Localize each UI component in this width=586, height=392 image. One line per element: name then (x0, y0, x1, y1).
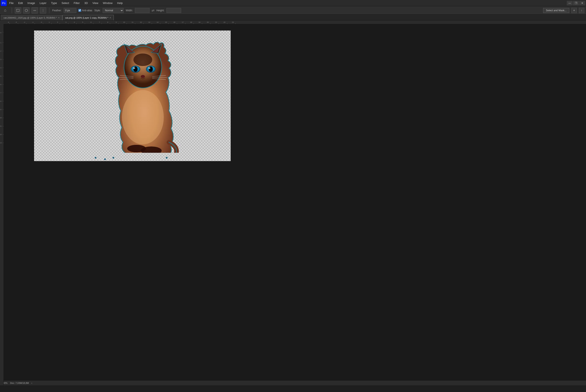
menu-bar: Ps File Edit Image Layer Type Select Fil… (0, 0, 586, 6)
svg-text:13: 13 (0, 142, 2, 144)
svg-rect-4 (43, 9, 43, 12)
svg-point-96 (133, 66, 138, 72)
doc-size: Doc: 7,03M/18,8M (10, 382, 29, 384)
menu-edit[interactable]: Edit (16, 1, 25, 6)
svg-text:11: 11 (132, 21, 133, 23)
feather-input[interactable] (64, 8, 76, 13)
svg-text:7: 7 (1, 92, 2, 94)
ruler-corner (0, 20, 4, 24)
tab-cat-png[interactable]: cat.png @ 100% (Layer 1 copy, RGB/8#) * … (62, 15, 114, 20)
svg-text:9: 9 (1, 109, 2, 110)
menu-window[interactable]: Window (101, 1, 115, 6)
style-label: Style: (94, 9, 101, 12)
svg-point-101 (148, 67, 150, 69)
menu-view[interactable]: View (90, 1, 100, 6)
menu-3d[interactable]: 3D (82, 1, 90, 6)
panel-toggle-button[interactable]: ≡ (571, 8, 577, 13)
svg-text:0: 0 (41, 21, 42, 23)
svg-text:5: 5 (1, 75, 2, 77)
svg-text:3: 3 (66, 21, 67, 23)
svg-point-97 (133, 67, 135, 69)
minimize-button[interactable]: — (567, 1, 573, 6)
menu-layer[interactable]: Layer (38, 1, 49, 6)
status-bar: 100% Doc: 7,03M/18,8M › (0, 380, 586, 385)
svg-text:21: 21 (215, 21, 217, 23)
select-and-mask-button[interactable]: Select and Mask... (543, 8, 569, 13)
canvas-content[interactable] (4, 24, 586, 385)
svg-text:5: 5 (82, 21, 83, 23)
menu-filter[interactable]: Filter (72, 1, 82, 6)
svg-text:2: 2 (1, 50, 2, 52)
svg-text:22: 22 (224, 21, 225, 23)
selection-handle-2 (104, 158, 106, 160)
height-input[interactable] (166, 8, 181, 13)
svg-rect-0 (17, 9, 19, 12)
menu-select[interactable]: Select (59, 1, 71, 6)
rect-marquee-tool[interactable] (15, 7, 21, 14)
menu-type[interactable]: Type (49, 1, 59, 6)
svg-text:2: 2 (57, 21, 58, 23)
swap-dimensions-button[interactable]: ⇄ (152, 8, 154, 12)
tabs-bar: cat-2068462_1920.jpg @ 100% (Layer 0, RG… (0, 15, 586, 20)
svg-text:-4: -4 (8, 21, 9, 23)
svg-text:8: 8 (1, 100, 2, 102)
tab-cat-jpg-label: cat-2068462_1920.jpg @ 100% (Layer 0, RG… (4, 16, 57, 19)
ellipse-marquee-tool[interactable] (23, 7, 30, 14)
menu-help[interactable]: Help (115, 1, 125, 6)
svg-point-94 (133, 54, 152, 66)
selection-handle-1 (95, 157, 96, 158)
height-label: Height: (156, 9, 164, 12)
svg-text:13: 13 (148, 21, 150, 23)
svg-text:1: 1 (49, 21, 50, 23)
svg-text:15: 15 (165, 21, 167, 23)
svg-point-110 (122, 90, 164, 144)
publish-button[interactable]: ↑ (579, 8, 584, 13)
svg-text:9: 9 (116, 21, 117, 23)
anti-alias-label: Anti-alias (82, 9, 92, 12)
status-arrow[interactable]: › (31, 382, 32, 384)
restore-button[interactable]: ❐ (573, 1, 579, 6)
svg-point-103 (141, 75, 145, 78)
tab-cat-jpg[interactable]: cat-2068462_1920.jpg @ 100% (Layer 0, RG… (1, 15, 62, 20)
tab-cat-jpg-close[interactable]: × (58, 16, 60, 19)
feather-label: Feather: (52, 9, 62, 12)
svg-text:7: 7 (99, 21, 100, 23)
svg-text:-2: -2 (24, 21, 25, 23)
anti-alias-checkbox[interactable] (78, 9, 81, 12)
separator (12, 8, 12, 13)
canvas-area[interactable]: -4 -3 -2 -1 0 1 2 3 4 (0, 20, 586, 385)
style-select[interactable]: Normal Fixed Ratio Fixed Size (103, 8, 124, 13)
svg-text:10: 10 (0, 117, 2, 118)
svg-text:19: 19 (198, 21, 200, 23)
svg-text:18: 18 (190, 21, 192, 23)
svg-text:6: 6 (91, 21, 92, 23)
svg-text:-1: -1 (32, 21, 34, 23)
svg-text:4: 4 (74, 21, 75, 23)
main-layout: -4 -3 -2 -1 0 1 2 3 4 (0, 20, 586, 385)
svg-text:12: 12 (140, 21, 142, 23)
close-button[interactable]: ✕ (579, 1, 585, 6)
menu-file[interactable]: File (7, 1, 16, 6)
tab-cat-png-label: cat.png @ 100% (Layer 1 copy, RGB/8#) * (65, 16, 108, 19)
home-button[interactable]: ⌂ (2, 7, 9, 14)
svg-text:1: 1 (1, 42, 2, 44)
menu-image[interactable]: Image (25, 1, 37, 6)
ps-logo: Ps (1, 0, 7, 6)
single-col-tool[interactable] (40, 7, 46, 14)
svg-text:0: 0 (1, 32, 2, 34)
tab-cat-png-close[interactable]: × (110, 16, 111, 19)
width-input[interactable] (135, 8, 150, 13)
svg-text:11: 11 (0, 125, 2, 127)
svg-text:3: 3 (1, 58, 2, 60)
svg-text:12: 12 (0, 134, 2, 135)
document-canvas (34, 30, 231, 161)
width-label: Width: (126, 9, 133, 12)
svg-text:4: 4 (1, 67, 2, 69)
svg-text:16: 16 (173, 21, 175, 23)
svg-text:8: 8 (107, 21, 108, 23)
single-row-tool[interactable] (32, 7, 38, 14)
svg-text:-3: -3 (15, 21, 17, 23)
ruler-left: 0 1 2 3 4 5 6 7 8 (0, 24, 4, 385)
svg-text:14: 14 (157, 21, 159, 23)
svg-text:6: 6 (1, 84, 2, 86)
